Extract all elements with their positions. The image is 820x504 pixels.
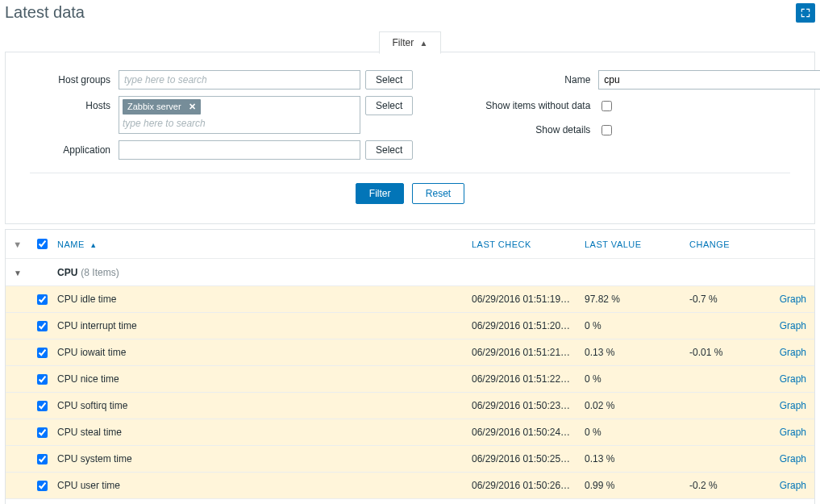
reset-button[interactable]: Reset (412, 183, 464, 204)
remove-tag-icon[interactable]: ✕ (189, 102, 196, 111)
item-last-value: 0.99 % (585, 480, 689, 491)
show-details-label: Show details (477, 120, 598, 135)
column-change[interactable]: CHANGE (689, 240, 770, 249)
item-name: CPU system time (54, 453, 472, 464)
host-groups-label: Host groups (30, 70, 119, 85)
graph-link[interactable]: Graph (780, 480, 806, 491)
table-row: CPU iowait time06/29/2016 01:51:21…0.13 … (6, 339, 814, 366)
group-name: CPU (57, 267, 77, 278)
fullscreen-icon (800, 7, 811, 19)
triangle-down-icon: ▼ (13, 240, 22, 249)
item-last-value: 0.13 % (585, 347, 689, 358)
item-change: -0.2 % (689, 480, 770, 491)
show-without-data-checkbox[interactable] (601, 101, 612, 111)
application-input[interactable] (119, 140, 360, 160)
table-row: CPU steal time06/29/2016 01:50:24…0 %Gra… (6, 419, 814, 446)
column-last-value[interactable]: LAST VALUE (585, 240, 689, 249)
table-row: CPU nice time06/29/2016 01:51:22…0 %Grap… (6, 366, 814, 393)
filter-button[interactable]: Filter (356, 183, 405, 204)
item-last-check: 06/29/2016 01:51:22… (472, 373, 585, 385)
item-last-check: 06/29/2016 01:51:21… (472, 347, 585, 358)
column-last-check[interactable]: LAST CHECK (472, 240, 585, 249)
row-checkbox[interactable] (37, 401, 48, 411)
item-last-check: 06/29/2016 01:50:25… (472, 453, 585, 464)
sort-asc-icon: ▲ (89, 241, 97, 249)
table-header: ▼ NAME ▲ LAST CHECK LAST VALUE CHANGE (6, 230, 814, 259)
triangle-up-icon: ▲ (420, 39, 428, 48)
row-checkbox[interactable] (37, 321, 48, 331)
item-change: -0.7 % (689, 294, 770, 305)
item-last-check: 06/29/2016 01:50:24… (472, 427, 585, 438)
divider (30, 173, 790, 173)
row-checkbox[interactable] (37, 294, 48, 305)
row-checkbox[interactable] (37, 374, 48, 385)
item-name: CPU interrupt time (54, 320, 472, 331)
show-without-data-label: Show items without data (477, 96, 598, 111)
item-last-check: 06/29/2016 01:51:19… (472, 294, 585, 305)
item-name: CPU idle time (54, 294, 472, 305)
hosts-input[interactable]: Zabbix server ✕ (119, 96, 360, 134)
item-last-value: 0.13 % (585, 453, 689, 464)
collapse-icon[interactable]: ▼ (14, 269, 22, 277)
hosts-label: Hosts (30, 96, 119, 111)
item-last-check: 06/29/2016 01:51:20… (472, 320, 585, 331)
column-name[interactable]: NAME ▲ (54, 240, 472, 249)
row-checkbox[interactable] (37, 454, 48, 464)
select-all-checkbox[interactable] (37, 239, 48, 249)
table-row: CPU softirq time06/29/2016 01:50:23…0.02… (6, 393, 814, 419)
hosts-select-button[interactable]: Select (365, 96, 413, 115)
graph-link[interactable]: Graph (780, 373, 806, 385)
item-last-check: 06/29/2016 01:50:26… (472, 480, 585, 491)
row-checkbox[interactable] (37, 348, 48, 358)
item-last-value: 97.82 % (585, 294, 689, 305)
graph-link[interactable]: Graph (780, 453, 806, 464)
filter-tab-label: Filter (393, 37, 414, 48)
expand-all-toggle[interactable]: ▼ (6, 240, 30, 249)
item-last-value: 0 % (585, 427, 689, 438)
host-groups-select-button[interactable]: Select (365, 70, 413, 90)
filter-panel: Filter ▲ Host groups Select Hosts Zabbix… (5, 52, 815, 224)
table-row: CPU user time06/29/2016 01:50:26…0.99 %-… (6, 473, 814, 499)
host-groups-input[interactable] (119, 70, 360, 90)
application-select-button[interactable]: Select (365, 140, 413, 160)
application-label: Application (30, 140, 119, 156)
group-row: ▶Performance(8 Items) (6, 499, 814, 504)
item-last-value: 0 % (585, 373, 689, 385)
group-count: (8 Items) (81, 267, 119, 278)
table-row: CPU idle time06/29/2016 01:51:19…97.82 %… (6, 286, 814, 313)
row-checkbox[interactable] (37, 427, 48, 438)
item-last-value: 0.02 % (585, 400, 689, 411)
item-name: CPU iowait time (54, 347, 472, 358)
item-name: CPU softirq time (54, 400, 472, 411)
table-row: CPU system time06/29/2016 01:50:25…0.13 … (6, 446, 814, 473)
graph-link[interactable]: Graph (780, 347, 806, 358)
host-tag[interactable]: Zabbix server ✕ (123, 99, 201, 115)
name-label: Name (477, 70, 598, 85)
page-title: Latest data (5, 3, 85, 22)
host-tag-label: Zabbix server (127, 102, 181, 111)
graph-link[interactable]: Graph (780, 294, 806, 305)
data-table: ▼ NAME ▲ LAST CHECK LAST VALUE CHANGE ▼C… (5, 229, 815, 504)
column-name-label: NAME (57, 240, 85, 249)
item-name: CPU steal time (54, 427, 472, 438)
fullscreen-button[interactable] (796, 3, 815, 23)
name-input[interactable] (598, 70, 820, 90)
item-last-value: 0 % (585, 320, 689, 331)
table-row: CPU interrupt time06/29/2016 01:51:20…0 … (6, 313, 814, 339)
graph-link[interactable]: Graph (780, 320, 806, 331)
row-checkbox[interactable] (37, 481, 48, 491)
item-name: CPU nice time (54, 373, 472, 385)
filter-toggle-tab[interactable]: Filter ▲ (379, 31, 442, 54)
show-details-checkbox[interactable] (601, 125, 612, 135)
item-change: -0.01 % (689, 347, 770, 358)
item-name: CPU user time (54, 480, 472, 491)
item-last-check: 06/29/2016 01:50:23… (472, 400, 585, 411)
graph-link[interactable]: Graph (780, 427, 806, 438)
hosts-inner-input[interactable] (123, 116, 356, 131)
group-row: ▼CPU(8 Items) (6, 259, 814, 286)
graph-link[interactable]: Graph (780, 400, 806, 411)
